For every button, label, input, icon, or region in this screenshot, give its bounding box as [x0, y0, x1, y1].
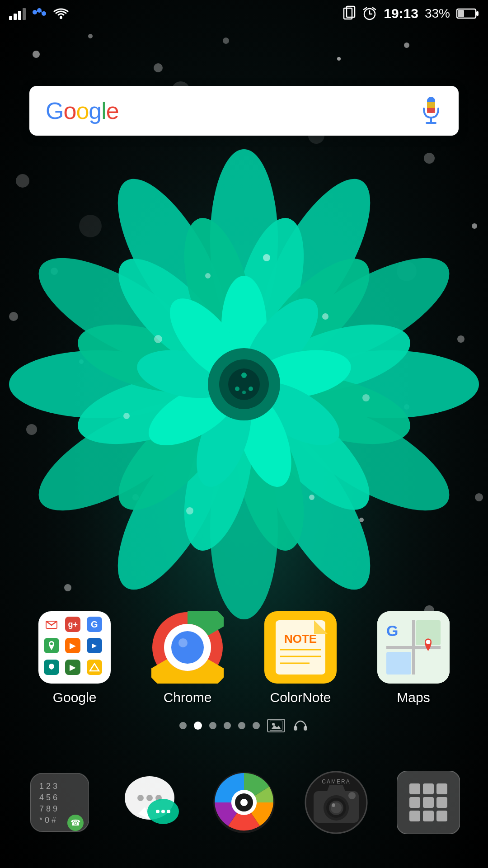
- svg-rect-124: [304, 726, 307, 731]
- google-search-bar[interactable]: Google: [29, 86, 459, 136]
- svg-point-72: [362, 394, 370, 401]
- headphone-button[interactable]: [292, 719, 309, 732]
- svg-point-26: [79, 215, 102, 237]
- svg-point-71: [154, 335, 162, 343]
- svg-rect-121: [270, 721, 282, 731]
- google-label: Google: [53, 690, 97, 705]
- svg-rect-159: [436, 797, 447, 808]
- svg-rect-117: [386, 652, 411, 675]
- battery-percent: 33%: [425, 6, 450, 21]
- svg-rect-155: [423, 783, 434, 794]
- dock-phone[interactable]: 1 2 3 4 5 6 7 8 9 * 0 # ☎: [26, 769, 94, 836]
- svg-point-7: [337, 57, 341, 61]
- camera-icon: CAMERA: [302, 769, 370, 836]
- dock-music[interactable]: [210, 769, 278, 836]
- svg-point-74: [309, 495, 314, 500]
- page-dot-6[interactable]: [253, 722, 260, 729]
- google-app[interactable]: g+ G ▶ ►: [38, 611, 111, 705]
- svg-point-75: [186, 507, 193, 514]
- svg-rect-161: [423, 811, 434, 821]
- dock-messages[interactable]: [118, 769, 186, 836]
- svg-rect-97: [427, 102, 435, 108]
- maps-mini-icon: [44, 638, 59, 653]
- google-logo: Google: [46, 97, 119, 124]
- colornote-app[interactable]: NOTE ColorNote: [264, 611, 337, 705]
- svg-point-4: [154, 63, 163, 72]
- messages-icon: [118, 769, 186, 836]
- svg-point-66: [235, 387, 239, 391]
- svg-rect-154: [409, 783, 420, 794]
- svg-text:CAMERA: CAMERA: [322, 778, 350, 785]
- svg-point-150: [332, 803, 335, 807]
- copy-icon: [343, 5, 356, 22]
- chrome-label: Chrome: [164, 690, 212, 705]
- svg-point-120: [426, 640, 431, 644]
- svg-point-81: [60, 16, 62, 19]
- dock-camera[interactable]: CAMERA: [302, 769, 370, 836]
- drive-mini-icon: [87, 660, 102, 675]
- app-row: g+ G ▶ ►: [0, 611, 488, 705]
- svg-point-12: [472, 223, 477, 229]
- svg-point-5: [404, 42, 409, 48]
- svg-point-3: [88, 34, 93, 38]
- svg-point-15: [457, 335, 465, 343]
- svg-rect-158: [423, 797, 434, 808]
- page-dot-4[interactable]: [224, 722, 231, 729]
- phone-icon: 1 2 3 4 5 6 7 8 9 * 0 # ☎: [26, 769, 94, 836]
- wifi-icon: [53, 7, 69, 20]
- svg-point-100: [50, 642, 53, 645]
- signal-icon: [9, 7, 26, 20]
- svg-point-69: [205, 273, 211, 278]
- svg-text:1  2  3: 1 2 3: [39, 782, 57, 791]
- svg-point-67: [242, 391, 246, 394]
- svg-marker-103: [90, 664, 99, 671]
- svg-text:G: G: [386, 622, 398, 639]
- svg-rect-157: [409, 797, 420, 808]
- svg-text:4  5  6: 4 5 6: [39, 793, 57, 802]
- page-dot-1[interactable]: [179, 722, 187, 729]
- svg-point-21: [64, 584, 71, 591]
- svg-rect-162: [436, 811, 447, 821]
- maps-label: Maps: [397, 690, 430, 705]
- voice-search-button[interactable]: [420, 95, 442, 127]
- maps-icon: G: [377, 611, 450, 684]
- page-dot-2[interactable]: [194, 722, 202, 730]
- chrome-app[interactable]: Chrome: [151, 611, 224, 705]
- svg-text:7  8  9: 7 8 9: [39, 804, 57, 813]
- battery-icon: [456, 7, 479, 20]
- music-icon: [210, 769, 278, 836]
- google-folder-icon: g+ G ▶ ►: [38, 611, 111, 684]
- svg-rect-123: [294, 726, 297, 731]
- orange-mini-icon: ▶: [65, 638, 80, 653]
- gmail-mini-icon: [44, 617, 59, 632]
- svg-point-11: [424, 153, 435, 164]
- svg-point-68: [263, 254, 270, 261]
- svg-point-19: [359, 518, 364, 522]
- svg-rect-156: [436, 783, 447, 794]
- svg-point-65: [249, 387, 253, 391]
- svg-point-8: [223, 38, 229, 44]
- svg-point-107: [178, 638, 188, 647]
- svg-text:*  0  #: * 0 #: [39, 816, 56, 825]
- svg-point-2: [33, 51, 40, 58]
- svg-point-137: [156, 810, 160, 813]
- dock-app-drawer[interactable]: [394, 769, 462, 836]
- g-mini-icon: G: [87, 617, 102, 632]
- svg-point-64: [241, 373, 247, 378]
- svg-point-133: [137, 795, 144, 801]
- wallpaper-button[interactable]: [267, 719, 285, 732]
- maps-app[interactable]: G Maps: [377, 611, 450, 705]
- svg-point-106: [171, 631, 204, 664]
- svg-point-17: [26, 424, 37, 435]
- page-dot-5[interactable]: [238, 722, 245, 729]
- page-dot-3[interactable]: [209, 722, 216, 729]
- dock: 1 2 3 4 5 6 7 8 9 * 0 # ☎: [0, 750, 488, 868]
- svg-point-13: [9, 312, 18, 321]
- svg-rect-90: [476, 11, 479, 16]
- google-plus-mini-icon: g+: [65, 617, 80, 632]
- svg-text:NOTE: NOTE: [284, 632, 317, 646]
- svg-point-20: [475, 493, 483, 501]
- svg-rect-160: [409, 811, 420, 821]
- play-mini-icon: ▶: [65, 660, 80, 675]
- svg-point-138: [161, 810, 165, 813]
